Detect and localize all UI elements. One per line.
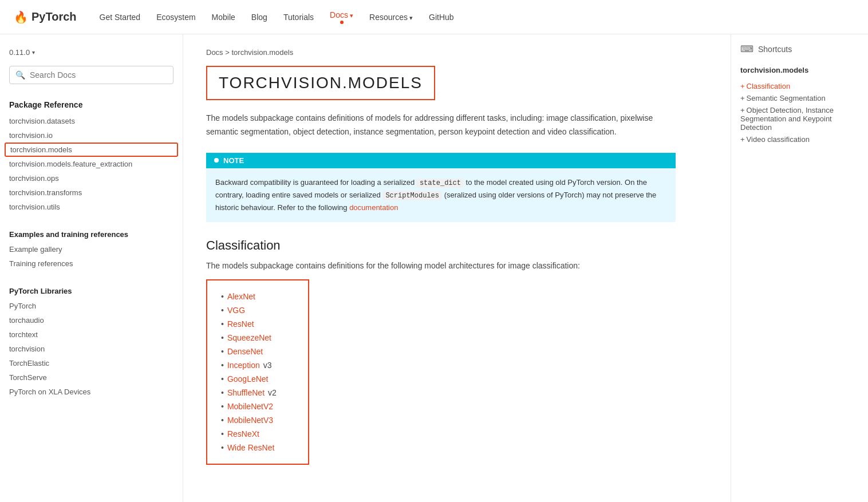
list-item: ShuffleNet v2 <box>221 386 294 400</box>
package-reference-title: Package Reference <box>0 96 183 114</box>
list-item: AlexNet <box>221 290 294 303</box>
nav-tutorials[interactable]: Tutorials <box>283 13 314 22</box>
note-code1: state_dict <box>417 179 464 188</box>
nav-docs-container: Docs <box>330 10 353 24</box>
list-item: MobileNetV3 <box>221 413 294 427</box>
examples-section: Examples and training references Example… <box>0 223 183 271</box>
sidebar-feature-extraction[interactable]: torchvision.models.feature_extraction <box>0 157 183 171</box>
nav-docs[interactable]: Docs <box>330 10 353 19</box>
nav-ecosystem[interactable]: Ecosystem <box>156 13 195 22</box>
list-item: GoogLeNet <box>221 372 294 386</box>
note-text1: Backward compatibility is guaranteed for… <box>215 178 417 187</box>
note-box: NOTE Backward compatibility is guarantee… <box>206 153 676 223</box>
classification-title: Classification <box>206 238 708 253</box>
terminal-icon: ⌨ <box>740 44 753 54</box>
toc-plus-icon: + <box>740 94 745 102</box>
search-input[interactable] <box>30 70 167 80</box>
sidebar-torchserve[interactable]: TorchServe <box>0 370 183 385</box>
model-shufflenet-suffix: v2 <box>268 388 277 397</box>
list-item: MobileNetV2 <box>221 400 294 413</box>
toc-plus-icon: + <box>740 106 745 114</box>
model-inception[interactable]: Inception <box>227 361 260 370</box>
main-content: Docs > torchvision.models TORCHVISION.MO… <box>183 34 731 502</box>
version-arrow-icon: ▾ <box>32 49 35 56</box>
model-wide-resnet[interactable]: Wide ResNet <box>227 443 274 452</box>
package-reference-section: Package Reference torchvision.datasets t… <box>0 96 183 214</box>
page-title-box: TORCHVISION.MODELS <box>206 66 435 100</box>
list-item: SqueezeNet <box>221 331 294 345</box>
breadcrumb: Docs > torchvision.models <box>206 48 708 57</box>
sidebar-torchvision[interactable]: torchvision <box>0 342 183 356</box>
model-resnet[interactable]: ResNet <box>227 319 254 329</box>
toc-semantic-segmentation[interactable]: +Semantic Segmentation <box>740 92 859 104</box>
model-vgg[interactable]: VGG <box>227 306 245 315</box>
model-shufflenet[interactable]: ShuffleNet <box>227 388 265 397</box>
examples-title: Examples and training references <box>0 223 183 242</box>
model-inception-suffix: v3 <box>263 361 272 370</box>
model-list-box: AlexNet VGG ResNet SqueezeNet DenseNet I… <box>206 279 309 465</box>
note-label: NOTE <box>223 156 244 165</box>
list-item: Wide ResNet <box>221 441 294 454</box>
model-list: AlexNet VGG ResNet SqueezeNet DenseNet I… <box>221 290 294 454</box>
classification-desc: The models subpackage contains definitio… <box>206 261 708 270</box>
sidebar-torchtext[interactable]: torchtext <box>0 327 183 342</box>
version-text: 0.11.0 <box>9 48 30 57</box>
list-item: ResNet <box>221 317 294 331</box>
right-sidebar: ⌨ Shortcuts torchvision.models +Classifi… <box>731 34 868 502</box>
note-code2: ScriptModules <box>382 191 442 200</box>
breadcrumb-current: torchvision.models <box>231 48 293 57</box>
page-description: The models subpackage contains definitio… <box>206 112 676 139</box>
sidebar-models[interactable]: torchvision.models <box>5 143 178 157</box>
logo[interactable]: 🔥 PyTorch <box>14 10 77 24</box>
sidebar-transforms[interactable]: torchvision.transforms <box>0 185 183 200</box>
list-item: ResNeXt <box>221 427 294 441</box>
nav-mobile[interactable]: Mobile <box>212 13 235 22</box>
sidebar-torchelastic[interactable]: TorchElastic <box>0 356 183 370</box>
breadcrumb-separator: > <box>225 48 231 57</box>
sidebar-ops[interactable]: torchvision.ops <box>0 171 183 185</box>
model-densenet[interactable]: DenseNet <box>227 347 263 356</box>
toc-plus-icon: + <box>740 82 745 90</box>
model-resnext[interactable]: ResNeXt <box>227 429 259 438</box>
sidebar-training-references[interactable]: Training references <box>0 256 183 271</box>
list-item: VGG <box>221 303 294 317</box>
nav-github[interactable]: GitHub <box>429 13 454 22</box>
libraries-section: PyTorch Libraries PyTorch torchaudio tor… <box>0 280 183 399</box>
note-content: Backward compatibility is guaranteed for… <box>206 168 676 223</box>
sidebar-pytorch[interactable]: PyTorch <box>0 299 183 313</box>
model-googlenet[interactable]: GoogLeNet <box>227 374 269 384</box>
shortcuts-header: ⌨ Shortcuts <box>740 44 859 54</box>
logo-text: PyTorch <box>31 10 77 23</box>
sidebar-torchaudio[interactable]: torchaudio <box>0 313 183 327</box>
model-alexnet[interactable]: AlexNet <box>227 292 255 301</box>
pytorch-flame-icon: 🔥 <box>14 10 28 24</box>
sidebar-io[interactable]: torchvision.io <box>0 128 183 143</box>
page-title: TORCHVISION.MODELS <box>219 74 423 92</box>
toc-video-classification[interactable]: +Video classification <box>740 133 859 145</box>
toc-title: torchvision.models <box>740 66 859 74</box>
breadcrumb-docs[interactable]: Docs <box>206 48 223 57</box>
search-box[interactable]: 🔍 <box>9 66 173 84</box>
nav-get-started[interactable]: Get Started <box>100 13 141 22</box>
topnav: 🔥 PyTorch Get Started Ecosystem Mobile B… <box>0 0 868 34</box>
nav-resources[interactable]: Resources <box>369 13 413 22</box>
model-mobilenetv2[interactable]: MobileNetV2 <box>227 402 273 411</box>
note-link[interactable]: documentation <box>349 203 398 212</box>
version-badge[interactable]: 0.11.0 ▾ <box>0 44 183 66</box>
sidebar-xla[interactable]: PyTorch on XLA Devices <box>0 385 183 399</box>
sidebar-datasets[interactable]: torchvision.datasets <box>0 114 183 128</box>
model-mobilenetv3[interactable]: MobileNetV3 <box>227 416 273 425</box>
model-squeezenet[interactable]: SqueezeNet <box>227 333 271 342</box>
shortcuts-label: Shortcuts <box>758 45 792 54</box>
note-header: NOTE <box>206 153 676 168</box>
search-icon: 🔍 <box>15 70 25 80</box>
libraries-title: PyTorch Libraries <box>0 280 183 299</box>
sidebar-utils[interactable]: torchvision.utils <box>0 200 183 214</box>
toc-plus-icon: + <box>740 135 745 144</box>
left-sidebar: 0.11.0 ▾ 🔍 Package Reference torchvision… <box>0 34 183 502</box>
sidebar-example-gallery[interactable]: Example gallery <box>0 242 183 256</box>
note-dot-icon <box>214 158 219 163</box>
toc-object-detection[interactable]: +Object Detection, Instance Segmentation… <box>740 104 859 133</box>
toc-classification[interactable]: +Classification <box>740 80 859 92</box>
nav-blog[interactable]: Blog <box>251 13 267 22</box>
